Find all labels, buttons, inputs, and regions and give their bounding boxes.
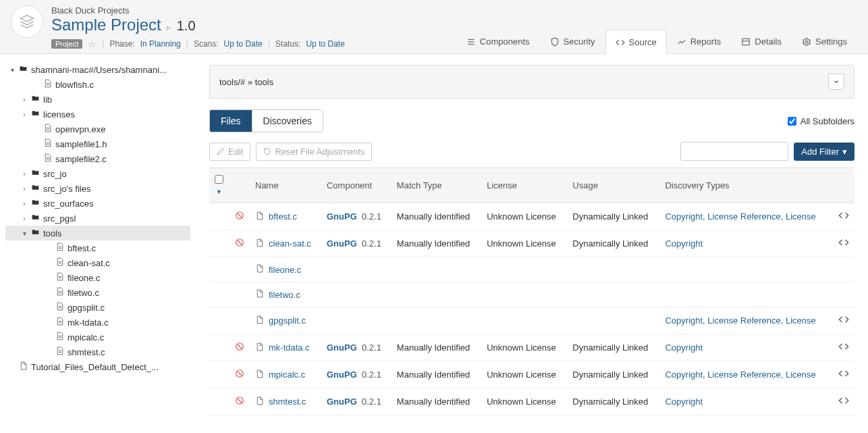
col-usage[interactable]: Usage xyxy=(567,168,659,203)
table-row[interactable]: clean-sat.c GnuPG 0.2.1 Manually Identif… xyxy=(209,230,855,257)
reset-button[interactable]: Reset File Adjustments xyxy=(256,143,372,161)
tree-item[interactable]: openvpn.exe xyxy=(5,122,190,136)
col-match[interactable]: Match Type xyxy=(391,168,481,203)
add-filter-button[interactable]: Add Filter ▾ xyxy=(794,143,855,161)
tree-item-label: blowfish.c xyxy=(55,80,94,90)
tree-item[interactable]: ›src_ourfaces xyxy=(5,196,190,211)
caret-down-icon[interactable]: ▾ xyxy=(8,66,16,74)
subtab-files[interactable]: Files xyxy=(210,110,252,132)
tab-reports[interactable]: Reports xyxy=(667,29,732,53)
table-row[interactable]: shmtest.c GnuPG 0.2.1 Manually Identifie… xyxy=(209,388,855,415)
code-icon[interactable] xyxy=(838,398,849,408)
tree-item[interactable]: ›lib xyxy=(5,92,190,107)
tree-item[interactable]: ›licenses xyxy=(5,107,190,122)
col-discovery[interactable]: Discovery Types xyxy=(659,168,833,203)
tree-item[interactable]: filetwo.c xyxy=(5,285,190,300)
subtab-discoveries[interactable]: Discoveries xyxy=(252,110,323,132)
file-name-link[interactable]: mk-tdata.c xyxy=(255,342,316,353)
component-link[interactable]: GnuPG xyxy=(327,211,357,222)
discovery-link[interactable]: Copyright xyxy=(665,342,703,353)
code-icon[interactable] xyxy=(838,213,849,223)
code-icon[interactable] xyxy=(838,371,849,381)
caret-right-icon[interactable]: › xyxy=(20,111,28,118)
tree-item[interactable]: fileone.c xyxy=(5,270,190,285)
component-link[interactable]: GnuPG xyxy=(327,370,357,380)
tree-item[interactable]: samplefile2.c xyxy=(5,151,190,166)
caret-down-icon[interactable]: ▾ xyxy=(20,230,28,237)
file-name-link[interactable]: clean-sat.c xyxy=(255,238,316,249)
project-version[interactable]: 1.0 xyxy=(177,18,196,34)
table-row[interactable]: mpicalc.c GnuPG 0.2.1 Manually Identifie… xyxy=(209,361,855,388)
component-link[interactable]: GnuPG xyxy=(327,397,357,407)
table-row[interactable]: mk-tdata.c GnuPG 0.2.1 Manually Identifi… xyxy=(209,334,855,361)
select-all-checkbox[interactable] xyxy=(215,175,223,184)
file-icon xyxy=(255,264,265,275)
table-row[interactable]: fileone.c xyxy=(209,257,855,282)
tree-item[interactable]: ▾tools xyxy=(5,226,190,240)
svg-line-35 xyxy=(238,345,242,349)
caret-right-icon[interactable]: › xyxy=(20,170,28,178)
license xyxy=(481,282,567,307)
tree-item[interactable]: blowfish.c xyxy=(5,77,190,92)
file-name-link[interactable]: gpgsplit.c xyxy=(255,315,316,326)
path-dropdown-button[interactable] xyxy=(828,74,844,90)
caret-right-icon[interactable]: › xyxy=(20,200,28,207)
tree-item[interactable]: mk-tdata.c xyxy=(5,315,190,330)
tree-item[interactable]: shmtest.c xyxy=(5,345,190,359)
phase-value[interactable]: In Planning xyxy=(140,39,181,49)
license xyxy=(481,307,567,334)
subtabs: Files Discoveries xyxy=(209,109,323,132)
tab-details[interactable]: Details xyxy=(731,29,792,53)
tree-root[interactable]: ▾ shamnani-mac#/Users/shamnani... xyxy=(5,62,190,77)
tree-item[interactable]: ›src_pgsl xyxy=(5,211,190,226)
discovery-link[interactable]: Copyright, License Reference, License xyxy=(665,315,815,326)
status-value[interactable]: Up to Date xyxy=(306,39,344,49)
caret-right-icon[interactable]: › xyxy=(20,215,28,222)
breadcrumb[interactable]: Black Duck Projects xyxy=(51,5,456,16)
caret-right-icon[interactable]: › xyxy=(20,96,28,103)
table-row[interactable]: bftest.c GnuPG 0.2.1 Manually Identified… xyxy=(209,203,855,230)
caret-right-icon[interactable]: › xyxy=(20,185,28,193)
file-name-link[interactable]: shmtest.c xyxy=(255,397,316,407)
tree-item[interactable]: bftest.c xyxy=(5,240,190,255)
nav-tabs: Components Security Source Reports Detai… xyxy=(456,29,857,53)
caret-down-icon[interactable]: ▼ xyxy=(216,188,222,195)
file-name-link[interactable]: filetwo.c xyxy=(255,289,316,300)
project-title[interactable]: Sample Project xyxy=(51,16,161,34)
tree-item[interactable]: Tutorial_Files_Default_Detect_... xyxy=(5,359,190,374)
tree-item[interactable]: samplefile1.h xyxy=(5,136,190,151)
tab-components[interactable]: Components xyxy=(456,29,540,53)
tree-item[interactable]: clean-sat.c xyxy=(5,255,190,270)
col-name[interactable]: Name xyxy=(250,168,321,203)
tree-item[interactable]: gpgsplit.c xyxy=(5,300,190,315)
code-icon[interactable] xyxy=(838,240,849,250)
table-row[interactable]: filetwo.c xyxy=(209,282,855,307)
component-version: 0.2.1 xyxy=(362,370,381,380)
col-component[interactable]: Component xyxy=(321,168,391,203)
col-license[interactable]: License xyxy=(481,168,567,203)
file-name-link[interactable]: bftest.c xyxy=(255,211,316,222)
code-icon[interactable] xyxy=(838,344,849,354)
tree-item[interactable]: ›src_jo xyxy=(5,166,190,181)
discovery-link[interactable]: Copyright xyxy=(665,397,703,407)
component-link[interactable]: GnuPG xyxy=(327,238,357,249)
discovery-link[interactable]: Copyright xyxy=(665,238,703,249)
table-row[interactable]: gpgsplit.c Copyright, License Reference,… xyxy=(209,307,855,334)
code-icon[interactable] xyxy=(838,317,849,327)
tab-source[interactable]: Source xyxy=(605,30,667,54)
tab-security[interactable]: Security xyxy=(540,29,605,53)
tree-item[interactable]: ›src_jo's files xyxy=(5,181,190,196)
edit-button[interactable]: Edit xyxy=(209,143,250,161)
tree-item[interactable]: mpicalc.c xyxy=(5,330,190,345)
discovery-link[interactable]: Copyright, License Reference, License xyxy=(665,370,815,380)
file-name-link[interactable]: fileone.c xyxy=(255,264,316,275)
all-subfolders-checkbox[interactable] xyxy=(788,117,796,126)
filter-input[interactable] xyxy=(680,142,788,161)
star-icon[interactable]: ☆ xyxy=(88,39,97,49)
discovery-link[interactable]: Copyright, License Reference, License xyxy=(665,211,815,222)
file-name-link[interactable]: mpicalc.c xyxy=(255,370,316,380)
scans-value[interactable]: Up to Date xyxy=(224,39,263,49)
tree-item-label: src_jo's files xyxy=(43,184,90,194)
tab-settings[interactable]: Settings xyxy=(792,29,857,53)
component-link[interactable]: GnuPG xyxy=(327,342,357,353)
